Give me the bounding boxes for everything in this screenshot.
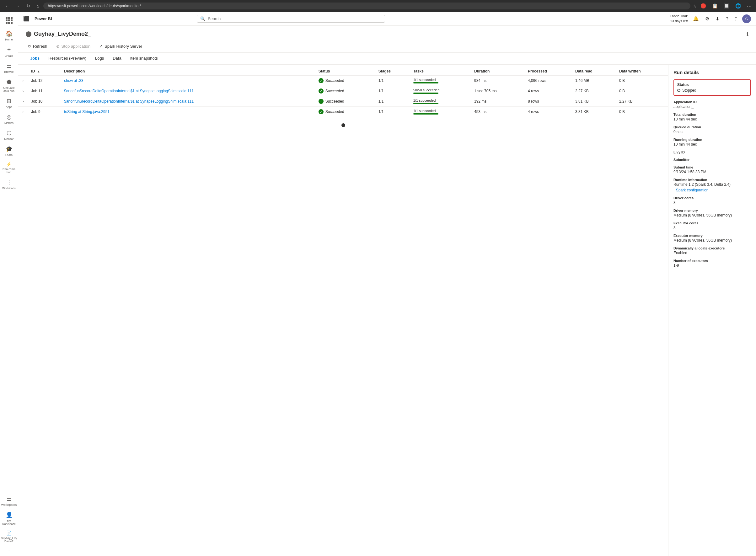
row-expand-button[interactable]: › [21,99,25,104]
more-browser-icon[interactable]: ⋯ [746,2,753,9]
sidebar-item-guyhay[interactable]: 📄 Guyhay_Livy Demo2 [0,528,18,545]
sidebar-logo-area[interactable] [0,14,18,28]
row-data-read-cell: 2.27 KB [572,86,616,96]
search-box[interactable]: 🔍 [197,15,385,23]
sidebar-item-realtimehub[interactable]: ⚡ Real-Time hub [0,159,18,176]
th-data-read[interactable]: Data read [572,67,616,76]
tab-snapshots[interactable]: Item snapshots [126,53,162,64]
app-id-value: application_ [674,104,751,109]
sidebar-item-workloads[interactable]: ⋮ Workloads [0,176,18,192]
jobs-table: ID ▲ Description Status Stages Tasks Dur… [18,67,668,117]
job-link[interactable]: $anonfun$recordDeltaOperationInternal$1 … [64,89,194,93]
sidebar-item-more[interactable]: ... [0,545,18,554]
table-header-row: ID ▲ Description Status Stages Tasks Dur… [18,67,668,76]
row-data-written-cell: 2.27 KB [616,96,668,107]
stop-application-button[interactable]: ⊗ Stop application [54,43,93,50]
forward-button[interactable]: → [14,3,22,9]
row-id-cell: Job 10 [28,96,61,107]
search-input[interactable] [208,16,382,21]
tab-jobs[interactable]: Jobs [26,53,44,64]
metrics-icon: ◎ [7,113,11,120]
row-data-read-cell: 1.46 MB [572,76,616,86]
row-tasks-cell: 1/1 succeeded [410,107,471,117]
num-executors-value: 1-9 [674,263,751,268]
back-button[interactable]: ← [3,3,11,9]
share-button[interactable]: ⤴ [733,15,738,22]
spark-history-button[interactable]: ↗ Spark History Server [97,43,144,50]
sidebar-item-home[interactable]: 🏠 Home [0,28,18,44]
task-label: 50/50 succeeded [413,88,468,92]
notifications-button[interactable]: 🔔 [692,15,700,22]
url-bar[interactable] [43,2,690,9]
status-success-icon: ✓ [318,109,323,114]
sidebar-item-apps[interactable]: ⊞ Apps [0,95,18,111]
page-help-icon[interactable]: ℹ [747,31,749,37]
job-link[interactable]: show at :23 [64,78,83,83]
sidebar-item-onelake[interactable]: ⬟ OneLake data hub [0,76,18,95]
sidebar-item-workspaces[interactable]: ☰ Workspaces [0,493,18,509]
th-id[interactable]: ID ▲ [28,67,61,76]
dynamic-executors-section: Dynamically allocate executors Enabled [674,246,751,255]
driver-cores-label: Driver cores [674,196,751,200]
status-box-value: Stopped [677,88,747,93]
settings-button[interactable]: ⚙ [704,15,711,22]
create-icon: + [7,46,11,53]
row-expand-cell: › [18,107,28,117]
row-description-cell: $anonfun$recordDeltaOperationInternal$1 … [61,86,315,96]
row-description-cell: toString at String.java:2951 [61,107,315,117]
download-button[interactable]: ⬇ [714,15,721,22]
job-link[interactable]: $anonfun$recordDeltaOperationInternal$1 … [64,99,194,104]
th-status[interactable]: Status [315,67,375,76]
th-duration[interactable]: Duration [471,67,525,76]
loading-indicator-area [18,117,668,133]
th-stages[interactable]: Stages [375,67,410,76]
row-expand-button[interactable]: › [21,89,25,94]
table-row: › Job 10 $anonfun$recordDeltaOperationIn… [18,96,668,107]
refresh-button[interactable]: ↻ [25,3,32,9]
sidebar-item-create[interactable]: + Create [0,44,18,60]
tab-data[interactable]: Data [108,53,126,64]
help-button[interactable]: ? [725,15,730,22]
th-description[interactable]: Description [61,67,315,76]
user-avatar[interactable]: G [742,14,751,23]
table-row: › Job 12 show at :23 ✓ Succeeded 1/1 1/1… [18,76,668,86]
runtime-info-section: Runtime information Runtime 1.2 (Spark 3… [674,178,751,192]
ext3-icon[interactable]: 🔲 [722,2,731,9]
run-details-title: Run details [674,70,751,75]
tab-logs[interactable]: Logs [91,53,108,64]
row-description-cell: $anonfun$recordDeltaOperationInternal$1 … [61,96,315,107]
job-link[interactable]: toString at String.java:2951 [64,109,109,114]
sidebar-item-metrics[interactable]: ◎ Metrics [0,111,18,127]
livy-id-section: Livy ID [674,150,751,154]
th-processed[interactable]: Processed [525,67,572,76]
th-data-written[interactable]: Data written [616,67,668,76]
browse-icon: ☰ [7,63,11,69]
sidebar-item-learn[interactable]: 🎓 Learn [0,143,18,159]
sidebar-more-label: ... [8,548,10,551]
refresh-button[interactable]: ↺ Refresh [26,43,49,50]
row-duration-cell: 192 ms [471,96,525,107]
app-id-label: Application ID [674,100,751,104]
sidebar-item-browse[interactable]: ☰ Browse [0,60,18,76]
ext4-icon[interactable]: 🌐 [734,2,743,9]
main-content: ⬛ Power BI 🔍 Fabric Trial: 13 days left … [18,12,756,556]
sidebar-item-monitor[interactable]: ⬡ Monitor [0,127,18,143]
search-icon: 🔍 [200,16,205,21]
sort-icon-id: ▲ [37,70,40,73]
ext1-icon[interactable]: 🔴 [699,2,708,9]
row-description-cell: show at :23 [61,76,315,86]
sidebar-item-myworkspace[interactable]: 👤 My workspace [0,509,18,528]
home-button[interactable]: ⌂ [35,3,41,9]
th-tasks[interactable]: Tasks [410,67,471,76]
row-expand-button[interactable]: › [21,109,25,114]
history-label: Spark History Server [104,44,142,49]
row-expand-button[interactable]: › [21,78,25,83]
progress-fill [413,113,438,114]
browser-icon-group: 🔴 📋 🔲 🌐 ⋯ [699,2,753,9]
ext2-icon[interactable]: 📋 [711,2,719,9]
row-id-cell: Job 12 [28,76,61,86]
spark-config-link[interactable]: Spark configuration [674,188,751,192]
row-processed-cell: 8 rows [525,96,572,107]
onelake-icon: ⬟ [7,78,11,85]
tab-resources[interactable]: Resources (Preview) [44,53,91,64]
